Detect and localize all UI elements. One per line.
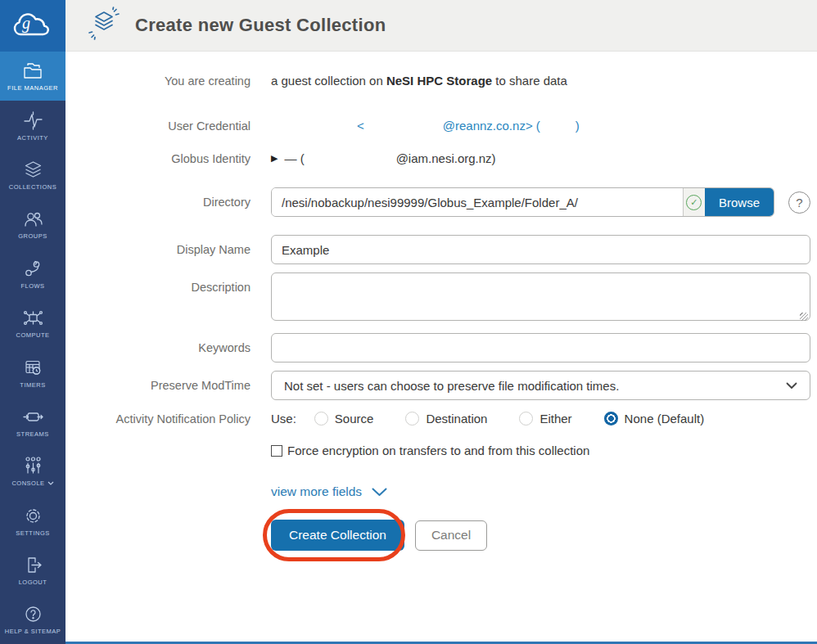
activity-notification-row: Activity Notification Policy Use: Source… (65, 412, 817, 426)
view-more-fields-link[interactable]: view more fields (271, 484, 387, 499)
description-row: Description (65, 272, 817, 324)
sidebar-item-label: COMPUTE (16, 331, 50, 339)
chevron-down-icon (786, 382, 797, 390)
sidebar-item-label: STREAMS (16, 430, 49, 438)
user-credential-value: < @reannz.co.nz> ( ) (271, 119, 810, 133)
page-title: Create new Guest Collection (135, 15, 386, 36)
radio-icon[interactable] (405, 412, 419, 426)
user-credential-row: User Credential < @reannz.co.nz> ( ) (65, 119, 817, 133)
sidebar-item-timers[interactable]: TIMERS (0, 348, 65, 397)
flow-nodes-icon (22, 259, 44, 279)
you-are-creating-row: You are creating a guest collection on N… (65, 74, 817, 88)
radio-icon[interactable] (314, 412, 328, 426)
description-label: Description (65, 272, 251, 294)
pulse-icon (22, 110, 44, 131)
globus-identity-value: ▶ — ( @iam.nesi.org.nz) (271, 151, 810, 165)
logout-door-icon (22, 555, 44, 575)
green-check-circle-icon: ✓ (686, 195, 702, 210)
sidebar-item-label: ACTIVITY (17, 134, 48, 142)
radio-option-either[interactable]: Either (519, 412, 571, 426)
radio-option-source[interactable]: Source (314, 412, 374, 426)
cancel-button[interactable]: Cancel (415, 520, 487, 551)
chevron-down-icon (47, 481, 54, 485)
display-name-label: Display Name (65, 243, 251, 256)
sidebar-item-label: SETTINGS (16, 529, 50, 537)
globus-cloud-logo-icon: g (11, 7, 54, 45)
sidebar-item-collections[interactable]: COLLECTIONS (0, 151, 65, 200)
create-collection-button[interactable]: Create Collection (271, 520, 404, 551)
keywords-input[interactable] (271, 333, 810, 363)
storage-name: NeSI HPC Storage (386, 74, 492, 88)
preserve-modtime-row: Preserve ModTime Not set - users can cho… (65, 371, 817, 400)
globus-logo[interactable]: g (0, 0, 65, 52)
folder-icon (22, 61, 44, 81)
directory-input[interactable] (272, 188, 683, 216)
user-credential-label: User Credential (65, 119, 251, 133)
page-header: Create new Guest Collection (65, 0, 817, 52)
you-are-creating-value: a guest collection on NeSI HPC Storage t… (271, 74, 810, 88)
sliders-icon (22, 456, 44, 476)
chevron-down-icon (372, 488, 387, 497)
form-actions-row: Create Collection Cancel (65, 520, 817, 551)
browse-button[interactable]: Browse (705, 188, 774, 216)
force-encryption-row: Force encryption on transfers to and fro… (65, 444, 817, 457)
directory-help-icon[interactable]: ? (788, 191, 810, 214)
display-name-input[interactable] (271, 235, 810, 264)
keywords-row: Keywords (65, 333, 817, 363)
sidebar-item-activity[interactable]: ACTIVITY (0, 101, 65, 150)
create-guest-collection-form: You are creating a guest collection on N… (65, 52, 817, 642)
keywords-label: Keywords (65, 341, 251, 354)
chip-icon (22, 308, 44, 328)
force-encryption-label: Force encryption on transfers to and fro… (287, 444, 589, 457)
sidebar-item-label: FILE MANAGER (7, 84, 58, 92)
checkbox-icon[interactable] (271, 445, 282, 457)
radio-icon[interactable] (604, 412, 618, 426)
sidebar-item-console[interactable]: CONSOLE (0, 447, 65, 496)
sidebar-item-label: CONSOLE (11, 480, 44, 487)
people-icon (22, 209, 44, 229)
you-are-creating-label: You are creating (65, 74, 251, 88)
sidebar-item-flows[interactable]: FLOWS (0, 250, 65, 299)
sidebar-item-settings[interactable]: SETTINGS (0, 497, 65, 546)
question-circle-icon (22, 604, 44, 624)
sidebar-item-label: LOGOUT (19, 579, 47, 586)
expand-caret-icon[interactable]: ▶ (271, 153, 278, 164)
radio-option-destination[interactable]: Destination (405, 412, 487, 426)
sidebar-item-label: GROUPS (18, 232, 47, 240)
preserve-modtime-label: Preserve ModTime (65, 379, 251, 392)
sidebar: g FILE MANAGER ACTIVITY COLLE (0, 0, 65, 644)
stream-pipe-icon (22, 407, 44, 427)
svg-text:g: g (22, 14, 30, 33)
directory-valid-indicator: ✓ (683, 188, 705, 216)
force-encryption-option[interactable]: Force encryption on transfers to and fro… (271, 444, 589, 457)
layers-icon (22, 160, 44, 180)
display-name-row: Display Name (65, 235, 817, 264)
preserve-modtime-selected-option: Not set - users can choose to preserve f… (284, 379, 619, 393)
sidebar-item-compute[interactable]: COMPUTE (0, 299, 65, 348)
sidebar-item-streams[interactable]: STREAMS (0, 398, 65, 447)
sidebar-item-label: FLOWS (20, 282, 44, 290)
sidebar-item-label: COLLECTIONS (9, 183, 56, 191)
radio-option-none-default[interactable]: None (Default) (604, 412, 705, 426)
radio-icon[interactable] (519, 412, 533, 426)
activity-notification-label: Activity Notification Policy (65, 412, 251, 426)
sidebar-item-file-manager[interactable]: FILE MANAGER (0, 52, 65, 101)
sidebar-item-help-sitemap[interactable]: HELP & SITEMAP (0, 595, 65, 644)
directory-row: Directory ✓ Browse ? (65, 187, 817, 217)
preserve-modtime-select[interactable]: Not set - users can choose to preserve f… (271, 371, 810, 400)
gear-icon (22, 506, 44, 526)
description-input[interactable] (271, 272, 810, 321)
sidebar-item-label: HELP & SITEMAP (5, 628, 61, 635)
use-label: Use: (271, 412, 296, 426)
view-more-fields-row: view more fields (65, 484, 817, 499)
guest-collection-layers-icon (87, 7, 121, 44)
calendar-clock-icon (22, 358, 44, 378)
directory-label: Directory (65, 196, 251, 209)
globus-identity-row: Globus Identity ▶ — ( @iam.nesi.org.nz) (65, 151, 817, 165)
directory-input-group: ✓ Browse (271, 187, 774, 217)
sidebar-item-label: TIMERS (20, 381, 45, 389)
sidebar-item-groups[interactable]: GROUPS (0, 200, 65, 249)
globus-identity-label: Globus Identity (65, 152, 251, 165)
sidebar-item-logout[interactable]: LOGOUT (0, 546, 65, 595)
